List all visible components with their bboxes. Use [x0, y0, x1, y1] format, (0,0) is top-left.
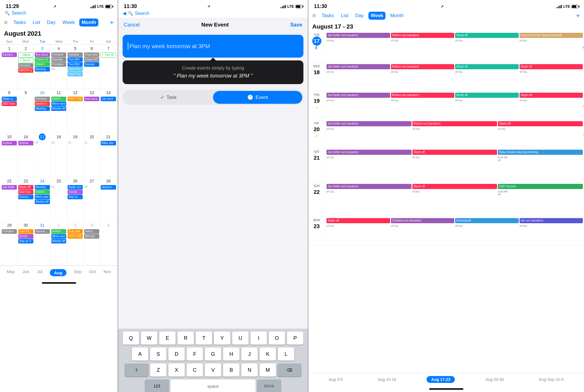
event-christine-23[interactable]: Christine out (vacation)	[391, 218, 455, 223]
cal-cell-25[interactable]: 25 +1	[51, 177, 67, 221]
menu-icon-1[interactable]: ≡	[4, 19, 8, 26]
key-y[interactable]: Y	[214, 332, 230, 345]
menu-icon-3[interactable]: ≡	[312, 12, 316, 19]
cal-cell-8[interactable]: 8 Bader and Nick in New York D&D sess	[1, 89, 18, 133]
event-rubino-17[interactable]: Rubino out (vacation)	[391, 33, 455, 38]
event-rubino-19[interactable]: Rubino out (vacation)	[391, 93, 455, 98]
event-disneyland-23[interactable]: Disneyland!	[455, 218, 519, 223]
key-x[interactable]: X	[168, 363, 185, 377]
month-nav-nov[interactable]: Nov	[104, 269, 111, 276]
week-nav-aug24[interactable]: Aug 24-30	[481, 376, 508, 383]
nav-week-1[interactable]: Week	[60, 19, 77, 27]
key-d[interactable]: D	[168, 348, 185, 361]
key-z[interactable]: Z	[150, 363, 167, 377]
key-backspace[interactable]: ⌫	[278, 363, 301, 377]
cal-cell-28[interactable]: 28 Stephen	[100, 177, 117, 221]
key-p[interactable]: P	[287, 332, 303, 345]
key-f[interactable]: F	[186, 348, 203, 361]
key-n[interactable]: N	[241, 363, 258, 377]
cal-cell-13[interactable]: 13 Ara (vaca	[84, 89, 100, 133]
nav-day-1[interactable]: Day	[45, 19, 58, 27]
cal-cell-32[interactable]: 1 HelloFresh iMore wee Weekly iM	[51, 221, 67, 265]
key-u[interactable]: U	[232, 332, 249, 345]
cal-cell-22[interactable]: 22 Joe Kelle	[1, 177, 18, 221]
key-m[interactable]: M	[259, 363, 276, 377]
event-joe-keller-21[interactable]: Joe Keller out (vacation)	[327, 150, 411, 155]
cal-cell-24[interactable]: 24 Meeting HelloFresh iMore wee Weekly i…	[34, 177, 51, 221]
event-shruti-19[interactable]: Shruti off	[455, 93, 519, 98]
cal-cell-34[interactable]: 3 Arthur Hur out Michael	[84, 221, 100, 265]
week-nav-aug17[interactable]: Aug 17-23	[427, 376, 455, 383]
event-joe-keller-17[interactable]: Joe Keller out (vacation)	[327, 33, 390, 38]
cancel-button[interactable]: Cancel	[124, 22, 140, 28]
event-baby-shower-21[interactable]: Baby shower planning meeting	[498, 150, 583, 155]
event-shruti-18[interactable]: Shruti off	[455, 64, 519, 69]
month-nav-oct[interactable]: Oct	[89, 269, 96, 276]
event-joe-keller-18[interactable]: Joe Keller out (vacation)	[327, 64, 390, 69]
cal-cell-7[interactable]: 7 ✓ Tom Bi	[100, 44, 117, 89]
nav-list-3[interactable]: List	[338, 12, 350, 20]
event-input-area[interactable]: Plan my week tomorrow at 3PM	[123, 35, 303, 58]
key-c[interactable]: C	[186, 363, 203, 377]
cal-cell-35[interactable]: 4	[100, 221, 117, 265]
nav-plus-3[interactable]: +	[576, 12, 580, 20]
search-bar-2[interactable]: ◀ 🔍 Search	[118, 11, 308, 18]
key-s[interactable]: S	[150, 348, 167, 361]
event-steph-18[interactable]: Steph off	[520, 64, 583, 69]
month-nav-jul[interactable]: Jul	[37, 269, 42, 276]
cal-cell-9[interactable]: 9	[18, 89, 34, 133]
cal-cell-33[interactable]: 2 Duty edit PICK THE	[67, 221, 84, 265]
cal-cell-4[interactable]: 4 Christine Daniella Christine +4	[51, 44, 67, 89]
key-b[interactable]: B	[223, 363, 240, 377]
event-jen-23[interactable]: Jen out (vacation)	[520, 218, 583, 223]
key-h[interactable]: H	[223, 348, 240, 361]
cal-cell-16[interactable]: 16 Joshua	[18, 133, 34, 177]
nav-day-3[interactable]: Day	[353, 12, 366, 20]
nav-month-1[interactable]: Month	[79, 19, 98, 27]
event-shruti-17[interactable]: Shruti off	[455, 33, 519, 38]
event-joe-keller-19[interactable]: Joe Keller out (vacation)	[327, 93, 390, 98]
key-done[interactable]: done	[257, 379, 281, 392]
key-r[interactable]: R	[177, 332, 194, 345]
event-joe-keller-20[interactable]: Joe Keller out (vacation)	[327, 121, 411, 126]
task-toggle-btn[interactable]: ✓ Task	[124, 91, 213, 104]
cal-cell-11[interactable]: 11 HelloFresh iMore wee Weekly iM	[51, 89, 67, 133]
event-steph-22[interactable]: Steph off	[412, 184, 497, 189]
key-123[interactable]: 123	[145, 379, 169, 392]
event-dd-session-22[interactable]: D&D Session	[498, 184, 583, 189]
cal-cell-27[interactable]: 27 +5	[84, 177, 100, 221]
cal-cell-23[interactable]: 23 Steph off D&D Ses Disneyland!	[18, 177, 34, 221]
event-rubino-18[interactable]: Rubino out (vacation)	[391, 64, 455, 69]
cal-cell-14[interactable]: 14 Car servi	[100, 89, 117, 133]
event-toggle-btn[interactable]: 🕐 Event	[213, 91, 302, 104]
cal-cell-12[interactable]: 12 PICK THE	[67, 89, 84, 133]
key-l[interactable]: L	[278, 348, 294, 361]
cal-cell-29[interactable]: 29 Christine	[1, 221, 18, 265]
key-t[interactable]: T	[196, 332, 212, 345]
cal-cell-10[interactable]: 10 Christine Dentist a Meeting	[34, 89, 51, 133]
cal-cell-17[interactable]: 17 +4	[34, 133, 51, 177]
save-button[interactable]: Save	[290, 22, 302, 28]
event-joe-keller-22[interactable]: Joe Keller out (vacation)	[327, 184, 411, 189]
cal-cell-30[interactable]: 30 Luke Filipowicz (vacation) Derrek off…	[18, 221, 34, 265]
event-steph-23[interactable]: Steph off	[327, 218, 390, 223]
key-shift[interactable]: ⇧	[125, 363, 148, 377]
month-nav-aug[interactable]: Aug	[50, 269, 66, 276]
cal-cell-19[interactable]: 19 +1	[67, 133, 84, 177]
key-e[interactable]: E	[159, 332, 176, 345]
cal-cell-18[interactable]: 18 +2	[51, 133, 67, 177]
month-nav-may[interactable]: May	[7, 269, 15, 276]
week-nav-aug31[interactable]: Aug-Sep 31-6	[534, 376, 568, 383]
nav-list-1[interactable]: List	[30, 19, 42, 27]
week-nav-aug3[interactable]: Aug 3-9	[324, 376, 347, 383]
nav-tasks-3[interactable]: Tasks	[319, 12, 336, 20]
month-nav-jun[interactable]: Jun	[22, 269, 29, 276]
nav-plus-1[interactable]: +	[110, 19, 114, 27]
cal-cell-21[interactable]: 21 Baby sho	[100, 133, 117, 177]
key-o[interactable]: O	[269, 332, 285, 345]
key-q[interactable]: Q	[123, 332, 139, 345]
nav-tasks-1[interactable]: Tasks	[11, 19, 28, 27]
key-w[interactable]: W	[141, 332, 157, 345]
key-space[interactable]: space	[170, 379, 256, 392]
cal-cell-1[interactable]: 1 Zackery C (vacation)	[1, 44, 18, 89]
